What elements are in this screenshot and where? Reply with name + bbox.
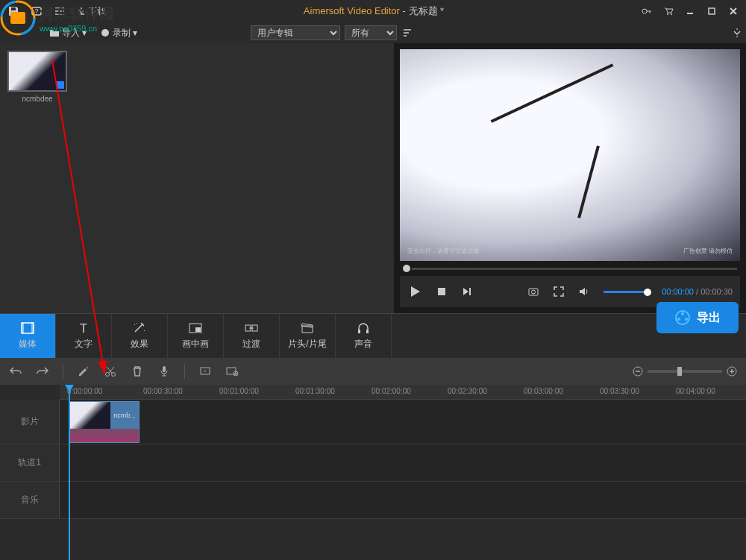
window-title: Aimersoft Video Editor - 无标题 * [106,4,642,18]
svg-rect-10 [438,288,445,295]
fullscreen-icon[interactable] [553,286,565,298]
playhead[interactable] [69,385,70,560]
delete-icon[interactable] [131,365,144,378]
svg-rect-18 [195,327,201,332]
watermark-logo-icon [0,0,36,36]
pip-icon [188,321,203,335]
track-music: 音乐 [0,482,746,519]
crop-ratio-icon[interactable] [198,365,212,378]
clapper-icon [300,321,315,335]
svg-rect-29 [163,366,166,372]
cart-icon[interactable] [663,6,674,16]
timeline-toolbar [0,358,746,385]
svg-text:T: T [80,322,87,335]
svg-point-6 [667,13,668,15]
minimize-icon[interactable] [685,6,695,16]
tab-effect[interactable]: 效果 [112,314,168,358]
play-icon[interactable] [407,284,422,299]
stop-icon[interactable] [436,286,448,298]
media-clip-label: ncmbdee [7,95,67,103]
collapse-icon[interactable] [731,27,743,39]
step-forward-icon[interactable] [461,286,473,298]
tab-intro[interactable]: 片头/片尾 [280,314,336,358]
headphone-icon [356,321,371,335]
svg-point-25 [677,318,680,321]
svg-point-26 [685,318,688,321]
preview-caption-left: 安全出行，请遵守交通法规 [407,247,479,255]
preview-caption-right: 广告创意 请勿模仿 [683,247,733,255]
timeline-clip[interactable]: ncmb... [69,401,140,443]
sort-icon[interactable] [401,27,413,39]
zoom-out-icon[interactable] [633,366,643,377]
timeline-ruler[interactable]: 0:00:00:00 00:00:30:00 00:01:00:00 00:01… [60,385,746,400]
watermark-title: 河东软件园 [40,4,114,24]
voiceover-icon[interactable] [157,365,171,378]
volume-icon[interactable] [578,286,590,298]
snapshot-icon[interactable] [527,286,539,298]
svg-rect-14 [22,323,24,333]
zoom-in-icon[interactable] [727,366,737,377]
svg-rect-21 [358,330,360,333]
tab-sound[interactable]: 声音 [336,314,392,358]
svg-rect-15 [31,323,34,333]
svg-rect-8 [709,8,715,14]
export-reel-icon [674,309,691,326]
main-area: ncmbdee 安全出行，请遵守交通法规 广告创意 请勿模仿 00:00:00 … [0,43,746,313]
tab-transition[interactable]: 过渡 [224,314,280,358]
svg-point-5 [642,9,647,13]
svg-rect-22 [366,330,369,333]
tab-pip[interactable]: 画中画 [168,314,224,358]
media-library: ncmbdee [0,43,394,313]
preview-panel: 安全出行，请遵守交通法规 广告创意 请勿模仿 00:00:00 / 00:00:… [394,43,746,313]
svg-point-27 [106,373,110,377]
category-tabs: 媒体 T 文字 效果 画中画 过渡 片头/片尾 声音 [0,313,746,358]
svg-point-31 [204,371,206,372]
site-watermark: 河东软件园 www.pc0359.cn [0,0,114,36]
undo-icon[interactable] [9,365,22,378]
film-icon [20,321,35,335]
media-clip-thumb[interactable] [7,51,67,92]
watermark-url: www.pc0359.cn [40,24,114,33]
preview-viewport[interactable]: 安全出行，请遵守交通法规 广告创意 请勿模仿 [400,49,740,261]
album-dropdown[interactable]: 用户专辑 [251,25,340,40]
tab-media[interactable]: 媒体 [0,314,56,358]
tab-text[interactable]: T 文字 [56,314,112,358]
transition-icon [244,321,259,335]
wand-icon [132,321,147,335]
svg-rect-11 [529,289,538,295]
export-button[interactable]: 导出 [656,302,739,333]
zoom-slider[interactable] [648,370,722,373]
zoom-control [633,366,737,377]
maximize-icon[interactable] [706,6,717,16]
render-settings-icon[interactable] [225,365,239,378]
track-1: 轨道1 [0,444,746,482]
svg-point-24 [681,312,684,315]
close-icon[interactable] [728,6,739,16]
key-icon[interactable] [642,6,652,16]
svg-point-7 [671,13,672,15]
track-video: 影片 ncmb... [0,400,746,444]
svg-point-12 [532,290,536,294]
svg-rect-2 [10,12,25,24]
filter-dropdown[interactable]: 所有 [345,25,397,40]
edit-icon[interactable] [77,365,90,378]
preview-timecode: 00:00:00 / 00:00:30 [662,287,733,296]
seek-bar[interactable] [400,261,740,276]
volume-slider[interactable] [604,291,648,293]
text-icon: T [76,321,91,335]
svg-point-28 [112,373,116,377]
cut-icon[interactable] [104,365,117,378]
timeline: 0:00:00:00 00:00:30:00 00:01:00:00 00:01… [0,385,746,560]
redo-icon[interactable] [36,365,49,378]
